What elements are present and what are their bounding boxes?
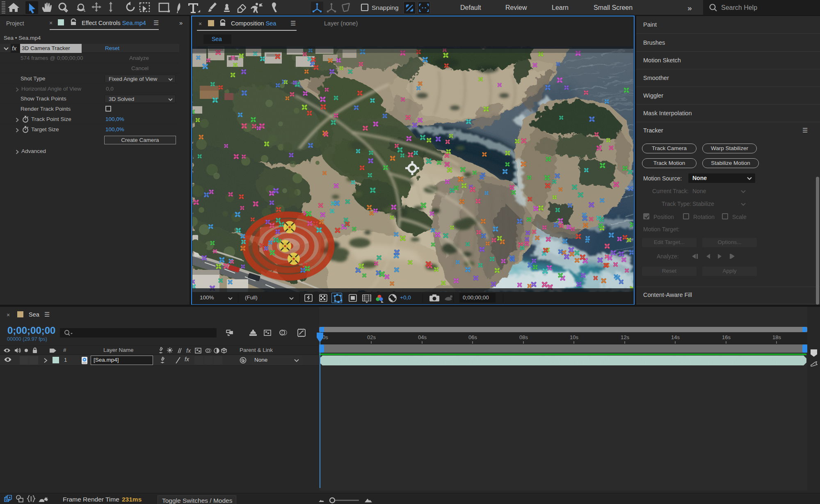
svg-text:18s: 18s [772, 334, 781, 340]
svg-text:06s: 06s [468, 334, 477, 340]
svg-text:Small Screen: Small Screen [594, 4, 633, 11]
svg-text:Review: Review [505, 4, 527, 11]
svg-text:Learn: Learn [552, 4, 569, 11]
svg-text:Default: Default [460, 4, 481, 11]
svg-text:»: » [688, 4, 692, 12]
svg-text:Search Help: Search Help [721, 4, 757, 11]
svg-text:10s: 10s [570, 334, 578, 340]
svg-text:fx: fx [186, 347, 191, 354]
svg-text:12s: 12s [621, 334, 629, 340]
svg-text:08s: 08s [519, 334, 528, 340]
svg-text:04s: 04s [418, 334, 427, 340]
svg-text:14s: 14s [671, 334, 680, 340]
svg-text:16s: 16s [722, 334, 731, 340]
svg-text:02s: 02s [367, 334, 376, 340]
svg-text:Snapping: Snapping [372, 4, 399, 11]
